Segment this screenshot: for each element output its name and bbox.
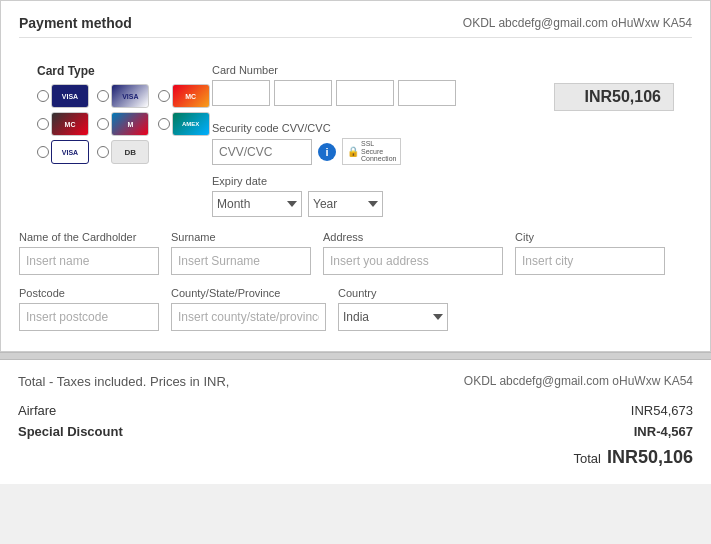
name-label: Name of the Cardholder bbox=[19, 231, 159, 243]
card-number-3[interactable] bbox=[336, 80, 394, 106]
card-img-mc1: MC bbox=[172, 84, 210, 108]
summary-row-discount: Special Discount INR-4,567 bbox=[18, 424, 693, 439]
price-badge: INR50,106 bbox=[554, 83, 674, 111]
card-number-area: INR50,106 bbox=[212, 80, 674, 114]
surname-input[interactable] bbox=[171, 247, 311, 275]
ssl-badge: 🔒 SSLSecureConnection bbox=[342, 138, 401, 165]
card-radio-visa1[interactable] bbox=[37, 90, 49, 102]
card-img-mc2: MC bbox=[51, 112, 89, 136]
summary-section: Total - Taxes included. Prices in INR, O… bbox=[0, 360, 711, 484]
card-img-maestro: M bbox=[111, 112, 149, 136]
name-input[interactable] bbox=[19, 247, 159, 275]
field-group-address: Address bbox=[323, 231, 503, 275]
card-img-visa2: VISA bbox=[111, 84, 149, 108]
card-number-2[interactable] bbox=[274, 80, 332, 106]
card-number-row bbox=[212, 80, 456, 106]
card-img-visa1: VISA bbox=[51, 84, 89, 108]
main-content: Card Type VISA VISA MC bbox=[19, 54, 692, 217]
card-option-visadb[interactable]: VISA bbox=[37, 140, 91, 164]
card-radio-maestro2[interactable] bbox=[158, 118, 170, 130]
field-group-surname: Surname bbox=[171, 231, 311, 275]
info-icon[interactable]: i bbox=[318, 143, 336, 161]
discount-value: INR-4,567 bbox=[634, 424, 693, 439]
city-label: City bbox=[515, 231, 665, 243]
card-img-visadb: VISA bbox=[51, 140, 89, 164]
page-container: Payment method OKDL abcdefg@gmail.com oH… bbox=[0, 0, 711, 544]
summary-row-airfare: Airfare INR54,673 bbox=[18, 403, 693, 418]
field-group-postcode: Postcode bbox=[19, 287, 159, 331]
payment-section: Payment method OKDL abcdefg@gmail.com oH… bbox=[0, 0, 711, 352]
card-option-visa2[interactable]: VISA bbox=[97, 84, 151, 108]
summary-title: Total - Taxes included. Prices in INR, bbox=[18, 374, 229, 389]
surname-label: Surname bbox=[171, 231, 311, 243]
card-option-mc2[interactable]: MC bbox=[37, 112, 91, 136]
field-group-county: County/State/Province bbox=[171, 287, 326, 331]
card-type-label: Card Type bbox=[37, 64, 212, 78]
ssl-text: SSLSecureConnection bbox=[361, 140, 396, 163]
address-input[interactable] bbox=[323, 247, 503, 275]
expiry-month-select[interactable]: Month 01020304 05060708 09101112 bbox=[212, 191, 302, 217]
expiry-label: Expiry date bbox=[212, 175, 674, 187]
card-radio-mc1[interactable] bbox=[158, 90, 170, 102]
postcode-input[interactable] bbox=[19, 303, 159, 331]
card-details-section: Card Number INR50,106 Security code CVV/… bbox=[212, 64, 674, 217]
field-group-name: Name of the Cardholder bbox=[19, 231, 159, 275]
discount-label: Special Discount bbox=[18, 424, 123, 439]
section-divider bbox=[0, 352, 711, 360]
card-option-mc3[interactable]: M bbox=[97, 112, 151, 136]
card-radio-elec[interactable] bbox=[97, 146, 109, 158]
country-select[interactable]: India USA UK Germany France bbox=[338, 303, 448, 331]
card-radio-mc2[interactable] bbox=[37, 118, 49, 130]
county-label: County/State/Province bbox=[171, 287, 326, 299]
card-number-1[interactable] bbox=[212, 80, 270, 106]
card-radio-mc3[interactable] bbox=[97, 118, 109, 130]
field-group-city: City bbox=[515, 231, 665, 275]
field-group-country: Country India USA UK Germany France bbox=[338, 287, 448, 331]
card-type-section: Card Type VISA VISA MC bbox=[37, 64, 212, 217]
address-label: Address bbox=[323, 231, 503, 243]
fields-row-1: Name of the Cardholder Surname Address C… bbox=[19, 231, 692, 275]
expiry-row: Month 01020304 05060708 09101112 Year 20… bbox=[212, 191, 674, 217]
expiry-year-select[interactable]: Year 202420252026 2027202820292030 bbox=[308, 191, 383, 217]
header-user-info: OKDL abcdefg@gmail.com oHuWxw KA54 bbox=[463, 16, 692, 30]
postcode-label: Postcode bbox=[19, 287, 159, 299]
summary-header: Total - Taxes included. Prices in INR, O… bbox=[18, 374, 693, 389]
city-input[interactable] bbox=[515, 247, 665, 275]
security-row: i 🔒 SSLSecureConnection bbox=[212, 138, 674, 165]
airfare-label: Airfare bbox=[18, 403, 56, 418]
card-option-elec[interactable]: DB bbox=[97, 140, 151, 164]
card-img-amex: AMEX bbox=[172, 112, 210, 136]
card-number-label: Card Number bbox=[212, 64, 674, 76]
security-code-label: Security code CVV/CVC bbox=[212, 122, 674, 134]
card-option-mc1[interactable]: MC bbox=[158, 84, 212, 108]
cvv-input[interactable] bbox=[212, 139, 312, 165]
total-amount: INR50,106 bbox=[607, 447, 693, 468]
airfare-value: INR54,673 bbox=[631, 403, 693, 418]
summary-user-info: OKDL abcdefg@gmail.com oHuWxw KA54 bbox=[464, 374, 693, 388]
card-number-4[interactable] bbox=[398, 80, 456, 106]
summary-total-row: Total INR50,106 bbox=[18, 447, 693, 468]
section-header: Payment method OKDL abcdefg@gmail.com oH… bbox=[19, 15, 692, 38]
country-label: Country bbox=[338, 287, 448, 299]
total-label: Total bbox=[573, 451, 600, 466]
lock-icon: 🔒 bbox=[347, 146, 359, 157]
card-option-visa1[interactable]: VISA bbox=[37, 84, 91, 108]
county-input[interactable] bbox=[171, 303, 326, 331]
card-radio-visadb[interactable] bbox=[37, 146, 49, 158]
card-options: VISA VISA MC MC bbox=[37, 84, 212, 164]
section-title: Payment method bbox=[19, 15, 132, 31]
card-radio-visa2[interactable] bbox=[97, 90, 109, 102]
fields-row-2: Postcode County/State/Province Country I… bbox=[19, 287, 692, 331]
card-option-maestro2[interactable]: AMEX bbox=[158, 112, 212, 136]
card-img-elec: DB bbox=[111, 140, 149, 164]
